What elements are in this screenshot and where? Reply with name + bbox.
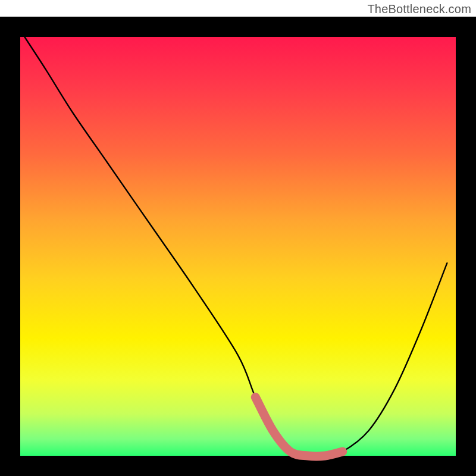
attribution-text: TheBottleneck.com bbox=[367, 2, 471, 16]
plot-area bbox=[20, 37, 456, 456]
chart-container: TheBottleneck.com bbox=[0, 0, 476, 476]
bottleneck-chart bbox=[0, 17, 476, 476]
